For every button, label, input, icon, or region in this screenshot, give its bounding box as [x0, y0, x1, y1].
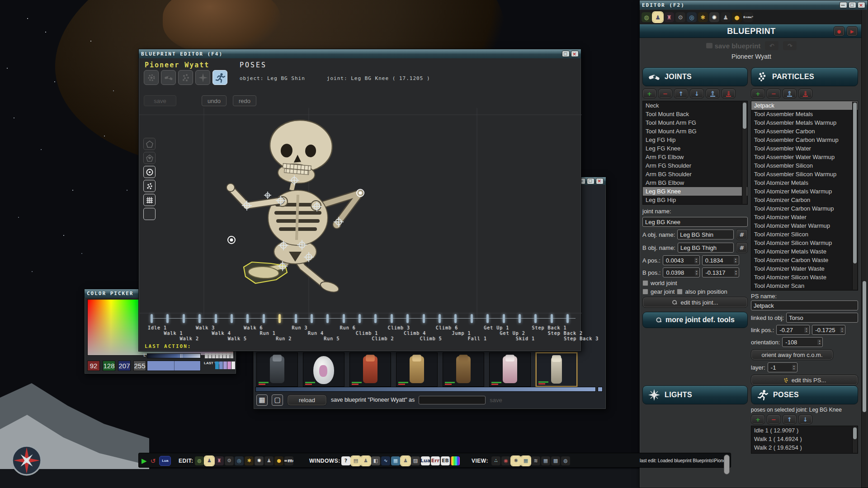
editor-window-icon[interactable]: ▤ — [351, 456, 360, 465]
b-obj-name-input[interactable]: Leg BG Thigh — [678, 243, 734, 253]
particle-list-item[interactable]: Tool Assembler Metals — [751, 110, 858, 118]
particle-list-item[interactable]: Tool Atomizer Silicon Warmup — [751, 239, 858, 247]
a-obj-pick-button[interactable]: # — [736, 229, 748, 240]
pose-tick[interactable]: Run 1 — [263, 314, 278, 348]
particle-list-item[interactable]: Tool Atomizer Carbon Waste — [751, 256, 858, 264]
pose-tick-mark[interactable] — [359, 314, 361, 323]
edit-ps-button[interactable]: edit this PS... — [751, 375, 858, 385]
pose-tick[interactable]: Fall 1 — [471, 314, 486, 348]
undo-button[interactable]: undo — [202, 95, 226, 106]
linked-obj-input[interactable]: Torso — [786, 313, 858, 323]
wave-window-icon[interactable]: ∿ — [381, 456, 390, 465]
help-window-icon[interactable]: ? — [341, 456, 350, 465]
particle-list-item[interactable]: Tool Atomizer Carbon — [751, 196, 858, 204]
pose-tick-mark[interactable] — [406, 314, 409, 323]
preset-swatch[interactable] — [205, 353, 208, 358]
particle-list-item[interactable]: Tool Atomizer Metals Warmup — [751, 187, 858, 196]
thumbnail-robot-dark[interactable] — [256, 352, 298, 387]
thumbnail-pioneer-pink[interactable] — [489, 352, 531, 387]
pose-tick-mark[interactable] — [534, 314, 537, 323]
reload-button[interactable]: reload — [287, 394, 327, 406]
record-button[interactable]: ● — [834, 26, 844, 36]
ball-icon[interactable]: ● — [274, 456, 283, 465]
gear-icon[interactable]: ⚙ — [225, 456, 234, 465]
pose-tick-mark[interactable] — [486, 314, 489, 323]
joint-list-item[interactable]: Tool Mount Arm BG — [643, 127, 747, 136]
joint-list-item[interactable]: Leg FG Knee — [643, 144, 747, 153]
undo-button[interactable]: ↶ — [765, 41, 778, 50]
close-button[interactable]: × — [571, 51, 579, 57]
device-icon[interactable]: ◎ — [235, 456, 244, 465]
recent-color-swatch[interactable] — [223, 361, 227, 369]
play-game-button[interactable]: ▶ — [142, 457, 147, 465]
radial-view-icon[interactable]: ◍ — [561, 456, 570, 465]
particle-list-item[interactable]: Tool Atomizer Silicon — [751, 230, 858, 239]
eb-window-icon[interactable]: EB — [441, 456, 450, 465]
light-view-icon[interactable]: ✺ — [511, 456, 520, 465]
pose-tick-mark[interactable] — [183, 314, 185, 323]
strip-scrollbar-end[interactable] — [598, 387, 603, 392]
layer-input[interactable]: -1▲▼ — [768, 362, 797, 372]
particle-list-item[interactable]: Tool Atomizer Water Waste — [751, 264, 858, 273]
save-blueprint-button[interactable]: save blueprint — [706, 42, 761, 50]
pose-tick[interactable]: Jump 1 — [454, 314, 470, 348]
preset-swatch[interactable] — [219, 353, 222, 358]
thumbnail-robot-red[interactable] — [349, 352, 391, 387]
restore-button[interactable]: □ — [587, 178, 594, 184]
lua-window-icon[interactable]: Lua — [421, 456, 430, 465]
link-pos-y-input[interactable]: -0.1725▲▼ — [812, 325, 845, 335]
luminance-slider[interactable] — [147, 353, 201, 358]
restore-button[interactable]: □ — [849, 2, 856, 8]
particle-list-item[interactable]: Tool Atomizer Silicon Waste — [751, 273, 858, 282]
panel-scrollbar[interactable] — [861, 10, 867, 488]
particle-list-item[interactable]: Tool Assembler Water — [751, 144, 858, 153]
colorpicker-window-icon[interactable] — [451, 456, 460, 465]
pose-tick[interactable]: Skid 1 — [519, 314, 534, 348]
blueprint-window-icon[interactable]: ♟ — [361, 456, 370, 465]
pose-list-item[interactable]: Walk 2 ( 19.6254 ) — [751, 443, 858, 452]
gear-icon[interactable]: ⚙ — [675, 12, 685, 22]
pose-tick-mark[interactable] — [311, 314, 313, 323]
joint-list-item[interactable]: Tool Mount Arm FG — [643, 118, 747, 127]
particle-list-item[interactable]: Tool Assembler Water Warmup — [751, 153, 858, 161]
particle-list-item[interactable]: Jetpack — [751, 101, 858, 110]
grid-view-icon[interactable]: ▦ — [541, 456, 550, 465]
particle-list-item[interactable]: Tool Assembler Metals Warmup — [751, 118, 858, 127]
pose-tick-mark[interactable] — [295, 314, 297, 323]
joint-list-item[interactable]: Arm FG Shoulder — [643, 161, 747, 170]
pose-tick-mark[interactable] — [278, 314, 281, 323]
edit-joint-button[interactable]: edit this joint... — [642, 297, 748, 308]
pose-tick[interactable]: Climb 2 — [374, 314, 390, 348]
save-as-input[interactable] — [419, 396, 486, 404]
recent-color-swatch[interactable] — [227, 361, 231, 369]
planet-icon[interactable]: ◍ — [195, 456, 204, 465]
save-button[interactable]: save — [144, 95, 176, 106]
joint-list-item[interactable]: Neck — [643, 101, 747, 110]
preset-swatch[interactable] — [216, 353, 219, 358]
particles-list-scrollbar[interactable] — [852, 102, 857, 290]
device-icon[interactable]: ◎ — [687, 12, 697, 22]
add-joint-button[interactable]: + — [642, 89, 656, 99]
add-pose-button[interactable]: + — [751, 414, 765, 424]
densegrid-view-icon[interactable]: ▩ — [551, 456, 560, 465]
move-joint-up-button[interactable]: ↑ — [674, 89, 688, 99]
pose-tick[interactable]: Climb 5 — [423, 314, 439, 348]
taskbar-handle[interactable] — [724, 455, 730, 474]
move-pose-down-button[interactable]: ↓ — [798, 414, 812, 424]
close-button[interactable]: × — [596, 178, 604, 184]
pose-tick[interactable]: Get Up 2 — [503, 314, 519, 348]
orient-away-button[interactable]: orient away from c.o.m. — [751, 349, 833, 360]
vehicle-icon[interactable]: ♜ — [215, 456, 224, 465]
light-icon[interactable]: ✺ — [709, 12, 719, 22]
resources-icon[interactable]: ✱ — [245, 456, 254, 465]
errors-window-icon[interactable]: Err — [431, 456, 440, 465]
ball-icon[interactable]: ● — [732, 12, 742, 22]
move-pose-up-button[interactable]: ↑ — [783, 414, 797, 424]
recent-color-swatch[interactable] — [215, 361, 219, 369]
lua-button[interactable]: Lua — [159, 456, 171, 466]
pose-tick[interactable]: Run 2 — [278, 314, 294, 348]
particle-list-item[interactable]: Tool Atomizer Metals Waste — [751, 247, 858, 256]
planet-icon[interactable]: ◍ — [642, 12, 651, 22]
particle-list-item[interactable]: Tool Atomizer Water Warmup — [751, 221, 858, 230]
redo-button[interactable]: ↷ — [783, 41, 797, 50]
